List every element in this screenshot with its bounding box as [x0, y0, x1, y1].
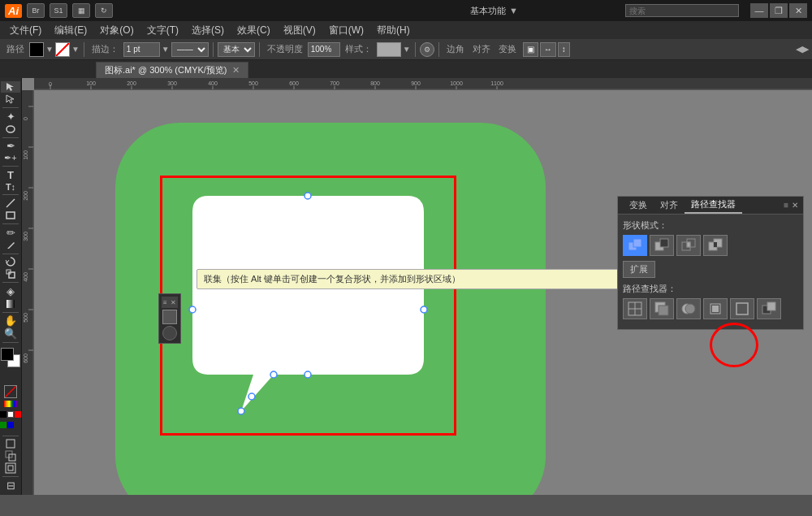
color-gradient-bar[interactable]: [4, 401, 17, 407]
stroke-width-input[interactable]: [123, 42, 160, 57]
close-button[interactable]: ✕: [789, 3, 807, 18]
draw-behind[interactable]: [1, 450, 20, 462]
type-tool[interactable]: T: [1, 169, 20, 181]
workspace-icon[interactable]: ▦: [72, 3, 90, 18]
sync-icon[interactable]: ↻: [95, 3, 113, 18]
svg-text:0: 0: [49, 81, 52, 87]
svg-rect-12: [34, 78, 812, 90]
menu-effect[interactable]: 效果(C): [231, 22, 277, 39]
white-swatch[interactable]: [7, 411, 14, 418]
blue-swatch[interactable]: [7, 422, 14, 428]
style-swatch[interactable]: [377, 42, 401, 57]
menu-text[interactable]: 文字(T): [140, 22, 185, 39]
menu-object[interactable]: 对象(O): [93, 22, 140, 39]
tab-transform[interactable]: 变换: [623, 197, 654, 213]
vertical-type-tool[interactable]: T↕: [1, 182, 20, 193]
minus-back-button[interactable]: [757, 298, 781, 319]
pathfinder-buttons: [623, 298, 798, 319]
left-toolbar: ✦ ✒ ✒+ T T↕ ✏ ◈: [0, 78, 22, 495]
merge-button[interactable]: [676, 298, 701, 319]
bridge-icon[interactable]: Br: [27, 3, 45, 18]
minimize-button[interactable]: —: [750, 3, 768, 18]
blend-tool[interactable]: ◈: [1, 285, 20, 297]
transform-btn2[interactable]: ↔: [540, 42, 556, 57]
trim-button[interactable]: [650, 298, 674, 319]
style-label: 样式：: [342, 43, 375, 55]
svg-text:100: 100: [86, 80, 96, 86]
search-input[interactable]: [625, 4, 739, 17]
svg-text:100: 100: [23, 150, 28, 160]
shape-preview[interactable]: [162, 326, 177, 340]
svg-point-57: [248, 393, 255, 400]
screen-mode[interactable]: ⊟: [1, 479, 20, 492]
panel-collapse[interactable]: ◀▶: [796, 44, 809, 54]
menu-file[interactable]: 文件(F): [3, 22, 48, 39]
stroke-preview[interactable]: [162, 310, 177, 324]
outline-button[interactable]: [730, 298, 754, 319]
svg-line-1: [6, 199, 15, 207]
menu-view[interactable]: 视图(V): [277, 22, 322, 39]
path-label: 路径: [3, 43, 28, 55]
tab-align[interactable]: 对齐: [654, 197, 685, 213]
stroke-color[interactable]: [55, 42, 70, 57]
draw-inside[interactable]: [1, 462, 20, 474]
menu-window[interactable]: 窗口(W): [322, 22, 370, 39]
minus-front-button[interactable]: [650, 235, 674, 256]
green-swatch[interactable]: [0, 422, 6, 428]
crop-button[interactable]: [703, 298, 728, 319]
menu-edit[interactable]: 编辑(E): [48, 22, 93, 39]
magic-wand-tool[interactable]: ✦: [1, 111, 20, 123]
draw-normal[interactable]: [1, 438, 20, 449]
selection-tool[interactable]: [1, 81, 20, 93]
exclude-button[interactable]: [703, 235, 728, 256]
stock-icon[interactable]: S1: [50, 3, 67, 18]
menu-select[interactable]: 选择(S): [185, 22, 231, 39]
small-panel-header: ≡ ✕: [162, 297, 178, 308]
tab-pathfinder[interactable]: 路径查找器: [685, 197, 742, 214]
zoom-tool[interactable]: 🔍: [1, 327, 20, 340]
annotation-circle: [710, 323, 758, 367]
svg-text:600: 600: [289, 80, 299, 86]
black-swatch[interactable]: [0, 411, 6, 418]
scale-tool[interactable]: [1, 268, 20, 280]
pen-tool[interactable]: ✒: [1, 140, 20, 152]
svg-rect-70: [714, 242, 717, 247]
pencil-tool[interactable]: [1, 240, 20, 251]
line-tool[interactable]: [1, 197, 20, 209]
opacity-input[interactable]: [308, 42, 340, 57]
expand-button[interactable]: 扩展: [623, 261, 655, 278]
foreground-color[interactable]: [1, 348, 14, 361]
hand-tool[interactable]: ✋: [1, 314, 20, 327]
none-color[interactable]: [4, 385, 17, 398]
unite-button[interactable]: [623, 235, 647, 256]
brush-tool[interactable]: ✏: [1, 227, 20, 239]
panel-menu-icon[interactable]: ≡: [784, 201, 788, 210]
title-bar: Ai Br S1 ▦ ↻ 基本功能 ▼ — ❐ ✕: [0, 0, 812, 21]
menu-help[interactable]: 帮助(H): [370, 22, 417, 39]
variable-width-select[interactable]: 基本: [218, 42, 255, 57]
svg-text:700: 700: [330, 80, 339, 86]
workspace-arrow[interactable]: ▼: [509, 6, 518, 15]
tooltip-text: 联集（按住 Alt 键单击可创建一个复合形状，并添加到形状区域）: [204, 274, 460, 284]
intersect-button[interactable]: [676, 235, 701, 256]
rect-tool[interactable]: [1, 210, 20, 221]
shape-mode-buttons: [623, 235, 798, 256]
transform-btn3[interactable]: ↕: [558, 42, 570, 57]
transform-btn1[interactable]: ▣: [523, 42, 538, 57]
settings-icon[interactable]: ⚙: [420, 42, 434, 57]
stroke-style-select[interactable]: ——: [171, 42, 209, 57]
panel-tab-bar: 变换 对齐 路径查找器 ≡ ✕: [618, 197, 803, 215]
rotate-tool[interactable]: [1, 256, 20, 267]
fill-color[interactable]: [29, 42, 44, 57]
direct-selection-tool[interactable]: [1, 93, 20, 105]
divide-button[interactable]: [623, 298, 647, 319]
panel-close-icon[interactable]: ✕: [792, 201, 798, 210]
canvas-area[interactable]: 0 100 200 300 400 500 600 700 800 900: [22, 78, 812, 495]
gradient-tool[interactable]: [1, 298, 20, 310]
tab-close-button[interactable]: ✕: [232, 65, 240, 76]
lasso-tool[interactable]: [1, 124, 20, 135]
document-tab[interactable]: 图标.ai* @ 300% (CMYK/预览) ✕: [96, 62, 248, 78]
pen-add-tool[interactable]: ✒+: [1, 153, 20, 163]
maximize-button[interactable]: ❐: [770, 3, 788, 18]
red-swatch[interactable]: [15, 411, 21, 418]
